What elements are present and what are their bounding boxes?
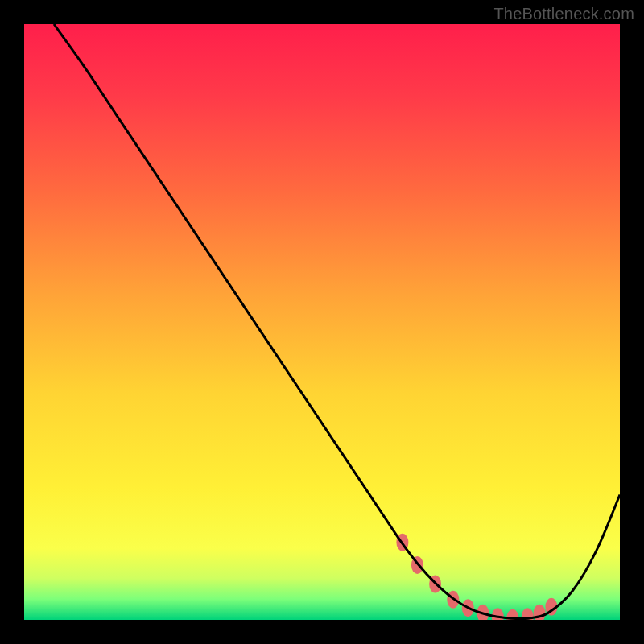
gradient-background: [24, 24, 620, 620]
plot-area: [24, 24, 620, 620]
chart-svg: [24, 24, 620, 620]
chart-frame: TheBottleneck.com: [0, 0, 644, 644]
watermark-text: TheBottleneck.com: [493, 5, 634, 23]
